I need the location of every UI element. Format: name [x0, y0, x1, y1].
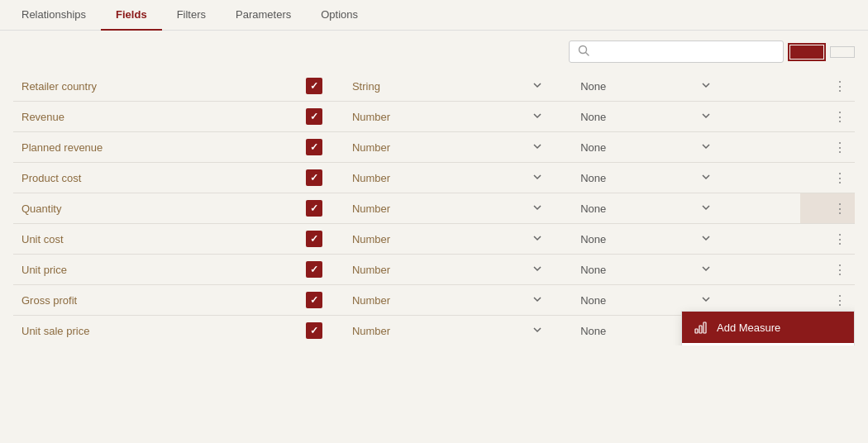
menu-item-label: Add Measure — [717, 322, 780, 334]
checkbox-checked[interactable] — [306, 78, 322, 94]
table-row: Product cost Number None ⋮ — [13, 163, 855, 193]
field-name-cell: Gross profit — [13, 285, 284, 316]
type-dropdown[interactable] — [524, 132, 572, 163]
main-content: Retailer country String None ⋮ Revenue N… — [0, 31, 868, 355]
checkbox-cell[interactable] — [284, 132, 344, 163]
checkbox-checked[interactable] — [306, 169, 322, 186]
none-cell: None — [572, 316, 692, 346]
type-dropdown[interactable] — [524, 255, 572, 285]
none-dropdown[interactable] — [693, 102, 741, 132]
more-options-cell[interactable]: ⋮ — [800, 193, 855, 224]
type-dropdown[interactable] — [524, 71, 572, 102]
tab-relationships[interactable]: Relationships — [7, 0, 101, 31]
none-cell: None — [572, 285, 692, 316]
table-row: Revenue Number None ⋮ — [13, 102, 855, 132]
tab-options[interactable]: Options — [306, 0, 373, 31]
none-dropdown[interactable] — [693, 163, 741, 193]
checkbox-checked[interactable] — [306, 139, 322, 155]
checkbox-checked[interactable] — [306, 200, 322, 217]
type-dropdown[interactable] — [524, 285, 572, 316]
search-box[interactable] — [569, 40, 784, 63]
table-row: Unit cost Number None ⋮ — [13, 224, 855, 255]
tab-parameters[interactable]: Parameters — [221, 0, 306, 31]
tabs-bar: Relationships Fields Filters Parameters … — [0, 0, 868, 31]
menu-item-fx-icon[interactable]: fx Add Calculated Column — [682, 343, 854, 345]
checkbox-checked[interactable] — [306, 292, 322, 308]
group-button[interactable] — [830, 46, 855, 58]
detail-button[interactable] — [790, 45, 823, 59]
checkbox-cell[interactable] — [284, 316, 344, 346]
measure-icon — [694, 320, 708, 335]
type-dropdown[interactable] — [524, 224, 572, 255]
field-name-cell: Planned revenue — [13, 132, 284, 163]
none-cell: None — [572, 102, 692, 132]
none-dropdown[interactable] — [693, 224, 741, 255]
checkbox-checked[interactable] — [306, 108, 322, 125]
none-cell: None — [572, 71, 692, 102]
table-row: Quantity Number None ⋮ — [13, 193, 855, 224]
svg-rect-2 — [695, 329, 698, 333]
tab-fields[interactable]: Fields — [101, 0, 162, 31]
type-cell: Number — [344, 255, 524, 285]
menu-item-measure-icon[interactable]: Add Measure — [682, 312, 854, 343]
none-cell: None — [572, 132, 692, 163]
checkbox-checked[interactable] — [306, 231, 322, 247]
checkbox-cell[interactable] — [284, 224, 344, 255]
more-options-cell[interactable]: ⋮ — [800, 224, 855, 255]
field-name-cell: Retailer country — [13, 71, 284, 102]
type-dropdown[interactable] — [524, 102, 572, 132]
none-dropdown[interactable] — [693, 132, 741, 163]
table-row: Retailer country String None ⋮ — [13, 71, 855, 102]
type-cell: Number — [344, 316, 524, 346]
none-dropdown[interactable] — [693, 193, 741, 224]
type-cell: Number — [344, 102, 524, 132]
type-dropdown[interactable] — [524, 163, 572, 193]
context-menu: Add Measure fx Add Calculated Column Add… — [681, 311, 855, 345]
field-name-cell: Quantity — [13, 193, 284, 224]
none-dropdown[interactable] — [693, 255, 741, 285]
tab-filters[interactable]: Filters — [162, 0, 221, 31]
checkbox-cell[interactable] — [284, 71, 344, 102]
checkbox-cell[interactable] — [284, 193, 344, 224]
svg-rect-3 — [699, 326, 702, 333]
fields-table-wrapper: Retailer country String None ⋮ Revenue N… — [13, 71, 855, 345]
checkbox-checked[interactable] — [306, 261, 322, 278]
search-icon — [578, 45, 589, 59]
field-name-cell: Unit sale price — [13, 316, 284, 346]
more-options-cell[interactable]: ⋮ — [800, 71, 855, 102]
none-dropdown[interactable] — [693, 71, 741, 102]
more-options-cell[interactable]: ⋮ — [800, 102, 855, 132]
checkbox-cell[interactable] — [284, 163, 344, 193]
checkbox-cell[interactable] — [284, 255, 344, 285]
table-row: Planned revenue Number None ⋮ — [13, 132, 855, 163]
type-cell: Number — [344, 224, 524, 255]
none-cell: None — [572, 255, 692, 285]
type-cell: String — [344, 71, 524, 102]
none-cell: None — [572, 224, 692, 255]
more-options-cell[interactable]: ⋮ — [800, 163, 855, 193]
type-cell: Number — [344, 285, 524, 316]
none-cell: None — [572, 193, 692, 224]
header-actions — [569, 40, 855, 63]
field-name-cell: Revenue — [13, 102, 284, 132]
type-cell: Number — [344, 132, 524, 163]
checkbox-checked[interactable] — [306, 322, 322, 339]
field-name-cell: Product cost — [13, 163, 284, 193]
search-input[interactable] — [594, 45, 775, 58]
checkbox-cell[interactable] — [284, 102, 344, 132]
type-dropdown[interactable] — [524, 316, 572, 346]
header-row — [13, 40, 855, 63]
field-name-cell: Unit price — [13, 255, 284, 285]
checkbox-cell[interactable] — [284, 285, 344, 316]
field-name-cell: Unit cost — [13, 224, 284, 255]
svg-line-1 — [586, 53, 589, 56]
more-options-cell[interactable]: ⋮ — [800, 132, 855, 163]
table-row: Unit price Number None ⋮ — [13, 255, 855, 285]
none-cell: None — [572, 163, 692, 193]
svg-rect-4 — [703, 322, 706, 333]
type-dropdown[interactable] — [524, 193, 572, 224]
type-cell: Number — [344, 193, 524, 224]
more-options-cell[interactable]: ⋮ — [800, 255, 855, 285]
type-cell: Number — [344, 163, 524, 193]
fields-table: Retailer country String None ⋮ Revenue N… — [13, 71, 855, 345]
